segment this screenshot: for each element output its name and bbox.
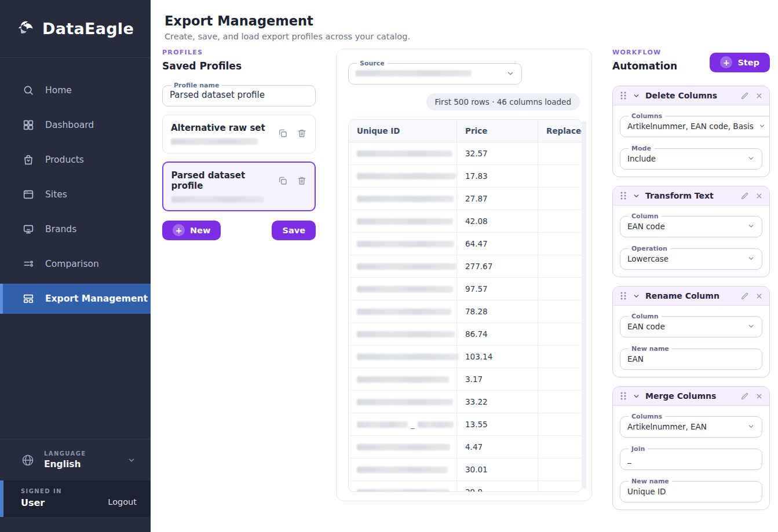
remove-step-button[interactable] — [755, 292, 763, 300]
drag-handle-icon[interactable] — [619, 291, 627, 300]
profile-name-label: Profile name — [171, 82, 222, 89]
pencil-icon — [740, 91, 749, 100]
remove-step-button[interactable] — [755, 392, 763, 400]
replaced-cell — [538, 142, 582, 165]
table-row: 42.08 — [349, 210, 582, 233]
workflow-step-rename-column: Rename Column Column EAN code — [612, 286, 770, 377]
table-row: 4.47 — [349, 436, 582, 458]
profile-card-parsed-dataset-profile[interactable]: Parsed dataset profile — [162, 162, 316, 211]
brand-logo: DataEagle — [0, 0, 151, 58]
collapse-step-chevron-icon[interactable] — [633, 392, 640, 400]
collapse-step-chevron-icon[interactable] — [633, 192, 640, 200]
replaced-cell — [538, 233, 582, 255]
drag-handle-icon[interactable] — [619, 191, 627, 200]
columns-select[interactable]: Columns Artikelnummer, EAN code, Basis — [620, 112, 770, 137]
table-row: 17.83 — [349, 165, 582, 188]
step-title: Rename Column — [645, 291, 735, 300]
redacted-id-value — [357, 286, 453, 292]
field-label: Column — [629, 212, 662, 220]
signed-in-user: User — [21, 497, 62, 508]
sidebar-item-sites[interactable]: Sites — [0, 179, 151, 210]
duplicate-profile-button[interactable] — [277, 128, 288, 138]
redacted-id-value — [357, 173, 456, 179]
browser-window-icon — [22, 188, 35, 201]
language-selector[interactable]: LANGUAGE English — [0, 439, 151, 480]
price-cell: 27.87 — [456, 188, 538, 210]
edit-step-button[interactable] — [740, 392, 749, 401]
sidebar-item-export-management[interactable]: Export Management — [0, 284, 151, 314]
profile-name-input[interactable] — [170, 89, 308, 101]
edit-step-button[interactable] — [740, 91, 749, 100]
chevron-down-icon — [506, 69, 514, 78]
table-row: _ 13.55 — [349, 413, 582, 436]
edit-step-button[interactable] — [740, 192, 749, 200]
replaced-cell — [538, 278, 582, 300]
edit-step-button[interactable] — [740, 292, 749, 300]
table-row: 64.47 — [349, 233, 582, 255]
logout-button[interactable]: Logout — [108, 497, 137, 508]
sidebar-item-comparison[interactable]: Comparison — [0, 249, 151, 279]
drag-handle-icon[interactable] — [619, 391, 627, 401]
redacted-id-value — [357, 354, 459, 360]
redacted-id-value — [357, 489, 450, 493]
field-label: Join — [629, 445, 648, 453]
sidebar-item-brands[interactable]: Brands — [0, 214, 151, 244]
redacted-id-value — [357, 331, 455, 337]
plus-icon: + — [173, 224, 185, 236]
sidebar: DataEagle Home Dashboard Products Sites … — [0, 0, 151, 532]
page-subtitle: Create, save, and load export profiles a… — [165, 32, 778, 41]
chevron-down-icon — [747, 255, 755, 262]
remove-step-button[interactable] — [755, 192, 763, 200]
workflow-step-delete-columns: Delete Columns Columns Artikelnummer, EA… — [612, 86, 770, 177]
operation-select[interactable]: Operation Lowercase — [620, 245, 762, 270]
page-title: Export Management — [165, 13, 778, 28]
add-step-button[interactable]: + Step — [710, 53, 770, 72]
new-name-input[interactable]: New name EAN — [620, 345, 762, 370]
redacted-id-value — [357, 467, 448, 473]
workflow-step-transform-text: Transform Text Column EAN code — [612, 186, 770, 277]
layout-icon — [22, 292, 35, 305]
signed-in-label: SIGNED IN — [21, 488, 62, 494]
table-scrollbar[interactable] — [582, 121, 586, 489]
source-select[interactable]: Source — [348, 60, 522, 85]
mode-select[interactable]: Mode Include — [620, 145, 762, 170]
close-icon — [755, 392, 763, 400]
remove-step-button[interactable] — [755, 92, 763, 100]
brand-name: DataEagle — [42, 20, 134, 38]
delete-profile-button[interactable] — [297, 128, 307, 138]
column-header-replaced: Replaced I — [538, 120, 582, 142]
replaced-cell — [538, 391, 582, 413]
column-select[interactable]: Column EAN code — [620, 313, 762, 337]
pencil-icon — [740, 292, 749, 300]
rows-loaded-badge: First 500 rows · 46 columns loaded — [426, 93, 580, 111]
sidebar-item-products[interactable]: Products — [0, 145, 151, 175]
collapse-step-chevron-icon[interactable] — [633, 92, 640, 100]
price-cell: 29.9 — [456, 481, 538, 492]
price-cell: 13.55 — [456, 413, 538, 436]
delete-profile-button[interactable] — [297, 175, 307, 186]
table-row: 103.14 — [349, 346, 582, 368]
sidebar-item-dashboard[interactable]: Dashboard — [0, 110, 151, 140]
workflow-step-list: Delete Columns Columns Artikelnummer, EA… — [612, 86, 770, 510]
sidebar-item-label: Brands — [45, 224, 76, 234]
save-profile-button[interactable]: Save — [272, 221, 316, 240]
columns-select[interactable]: Columns Artikelnummer, EAN — [620, 413, 762, 438]
replaced-cell — [538, 436, 582, 458]
new-profile-button[interactable]: + New — [162, 221, 221, 240]
replaced-cell — [538, 255, 582, 278]
column-select[interactable]: Column EAN code — [620, 212, 762, 237]
price-cell: 4.47 — [456, 436, 538, 458]
chevron-down-icon — [747, 423, 755, 430]
collapse-step-chevron-icon[interactable] — [633, 292, 640, 300]
new-name-input[interactable]: New name Unique ID — [620, 478, 762, 502]
sidebar-item-home[interactable]: Home — [0, 75, 151, 105]
workflow-step-merge-columns: Merge Columns Columns Artikelnummer, EAN — [612, 386, 770, 510]
monitor-icon — [22, 223, 35, 236]
drag-handle-icon[interactable] — [619, 91, 627, 100]
profile-card-alternative-raw-set[interactable]: Alternative raw set — [162, 115, 316, 153]
profiles-eyebrow: PROFILES — [162, 49, 316, 56]
duplicate-profile-button[interactable] — [277, 175, 288, 186]
field-label: Columns — [629, 413, 665, 420]
price-cell: 103.14 — [456, 346, 538, 368]
join-input[interactable]: Join _ — [620, 445, 762, 470]
